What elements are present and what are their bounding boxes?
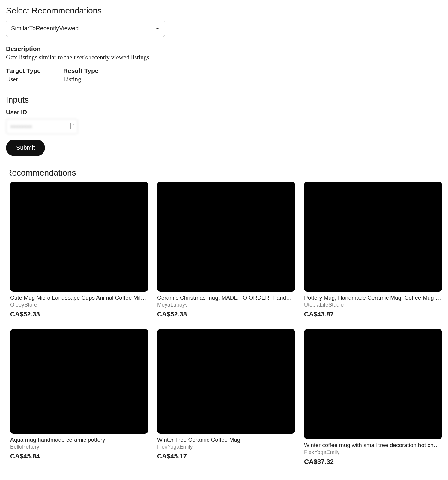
listing-thumbnail[interactable] — [304, 329, 442, 439]
listing-shop: BelloPottery — [10, 444, 148, 450]
listing-thumbnail[interactable] — [10, 182, 148, 292]
listing-shop: FlexYogaEmily — [157, 444, 295, 450]
description-value: Gets listings similar to the user's rece… — [6, 54, 442, 61]
recommendation-card[interactable]: Aqua mug handmade ceramic potteryBelloPo… — [10, 329, 148, 466]
recommendation-card[interactable]: Cute Mug Micro Landscape Cups Animal Cof… — [10, 182, 148, 318]
listing-price: CA$45.17 — [157, 452, 295, 460]
inputs-heading: Inputs — [6, 95, 442, 105]
listing-thumbnail[interactable] — [10, 329, 148, 434]
result-type-label: Result Type — [63, 67, 98, 74]
listing-thumbnail[interactable] — [157, 329, 295, 434]
listing-title: Cute Mug Micro Landscape Cups Animal Cof… — [10, 295, 148, 301]
user-id-label: User ID — [6, 109, 442, 116]
recommendations-heading: Recommendations — [6, 168, 442, 178]
recommendations-select[interactable]: SimilarToRecentlyViewed — [6, 20, 165, 37]
target-type-value: User — [6, 76, 41, 83]
listing-shop: FlexYogaEmily — [304, 449, 442, 455]
listing-title: Winter coffee mug with small tree decora… — [304, 442, 442, 448]
listing-price: CA$43.87 — [304, 310, 442, 318]
listing-thumbnail[interactable] — [304, 182, 442, 292]
result-type-block: Result Type Listing — [63, 67, 98, 83]
listing-title: Winter Tree Ceramic Coffee Mug — [157, 436, 295, 443]
recommendation-card[interactable]: Winter coffee mug with small tree decora… — [304, 329, 442, 466]
listing-thumbnail[interactable] — [157, 182, 295, 292]
recommendation-card[interactable]: Ceramic Christmas mug. MADE TO ORDER. Ha… — [157, 182, 295, 318]
user-id-input[interactable] — [6, 119, 78, 134]
input-stepper-icon[interactable] — [70, 123, 74, 130]
select-recommendations-heading: Select Recommendations — [6, 6, 442, 16]
listing-shop: UtopiaLifeStudio — [304, 302, 442, 308]
listing-price: CA$45.84 — [10, 452, 148, 460]
svg-rect-0 — [70, 123, 71, 129]
listing-shop: OleoyStore — [10, 302, 148, 308]
description-label: Description — [6, 45, 442, 52]
listing-title: Ceramic Christmas mug. MADE TO ORDER. Ha… — [157, 295, 295, 301]
listing-shop: MoyaLuboyv — [157, 302, 295, 308]
submit-button[interactable]: Submit — [6, 140, 45, 156]
result-type-value: Listing — [63, 76, 98, 83]
target-type-block: Target Type User — [6, 67, 41, 83]
target-type-label: Target Type — [6, 67, 41, 74]
listing-title: Aqua mug handmade ceramic pottery — [10, 436, 148, 443]
description-block: Description Gets listings similar to the… — [6, 45, 442, 61]
recommendation-card[interactable]: Pottery Mug, Handmade Ceramic Mug, Coffe… — [304, 182, 442, 318]
listing-price: CA$52.33 — [10, 310, 148, 318]
listing-title: Pottery Mug, Handmade Ceramic Mug, Coffe… — [304, 295, 442, 301]
listing-price: CA$37.32 — [304, 458, 442, 466]
listing-price: CA$52.38 — [157, 310, 295, 318]
recommendation-card[interactable]: Winter Tree Ceramic Coffee MugFlexYogaEm… — [157, 329, 295, 466]
select-value: SimilarToRecentlyViewed — [6, 20, 165, 37]
